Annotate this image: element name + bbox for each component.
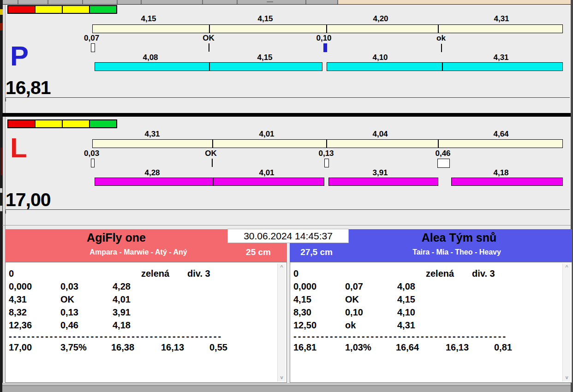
table-cell: 0,10: [345, 307, 363, 318]
table-total-cell: 0,81: [494, 342, 512, 353]
split-time-label: 0,10: [316, 34, 331, 43]
table-cell: OK: [345, 294, 359, 305]
strip-dash: [267, 1, 273, 2]
split-time-label: 0,13: [318, 149, 334, 158]
ref-segment-label: 4,15: [257, 14, 273, 24]
scroll-up-arrow[interactable]: ^: [278, 265, 286, 270]
run-segment-label: 4,10: [372, 53, 388, 62]
table-cell: 12,36: [9, 320, 32, 331]
swatch-yellow: [62, 5, 90, 14]
segment-divider: [212, 139, 213, 148]
team-name-right: Alea Tým snů: [422, 231, 497, 244]
jump-height-right: 27,5 cm: [300, 247, 333, 257]
table-cell: zelená: [141, 268, 169, 279]
segment-divider: [438, 139, 439, 148]
traffic-light-swatches-p: [7, 5, 117, 14]
table-total-cell: 16,13: [446, 342, 469, 353]
strip-tick: [82, 0, 83, 4]
exchange-marker-white-box: [324, 159, 329, 167]
table-total-cell: 1,03%: [345, 342, 371, 353]
table-cell: 4,28: [113, 281, 131, 292]
table-total-cell: 17,00: [9, 342, 32, 353]
swatch-red: [7, 119, 36, 128]
table-cell: 4,15: [293, 294, 311, 305]
table-total-cell: 0,55: [209, 342, 227, 353]
table-total-cell: 16,38: [111, 342, 134, 353]
table-cell: div. 3: [472, 268, 495, 279]
ref-segment-label: 4,15: [141, 14, 156, 24]
reference-bar-l: [92, 139, 563, 148]
swatch-yellow: [35, 5, 63, 14]
strip-tick: [305, 0, 306, 4]
scrollbar-right-table[interactable]: ^ v: [562, 263, 571, 381]
team-members-right: Taira - Mia - Theo - Heavy: [412, 248, 501, 256]
traffic-light-swatches-l: [7, 119, 117, 128]
exchange-marker-tick: [441, 44, 442, 52]
table-cell: 3,91: [113, 307, 131, 318]
bottom-window-strip-light: [2, 383, 571, 386]
scroll-down-arrow[interactable]: v: [563, 375, 571, 380]
ref-segment-label: 4,01: [259, 130, 274, 139]
panel-l-bottom-border: [2, 225, 571, 226]
table-cell: 0,000: [293, 281, 316, 292]
run-bar-p: [95, 62, 322, 71]
exchange-marker-white-box-wide: [437, 159, 450, 168]
table-cell: 0,07: [345, 281, 363, 292]
run-segment-label: 4,31: [493, 53, 508, 62]
exchange-marker-white-box: [91, 159, 95, 167]
segment-divider: [209, 24, 210, 33]
jump-height-left: 25 cm: [246, 247, 271, 257]
ref-segment-label: 4,31: [144, 130, 160, 139]
table-cell: 0,13: [60, 307, 78, 318]
ref-segment-label: 4,20: [373, 14, 388, 24]
exchange-marker-blue-box: [323, 43, 327, 52]
table-total-cell: 16,64: [396, 342, 419, 353]
split-time-label: OK: [203, 34, 215, 43]
datetime-box: 30.06.2024 14:45:37: [227, 229, 349, 243]
lane-letter-l: L: [10, 137, 27, 159]
scroll-up-arrow[interactable]: ^: [563, 265, 571, 270]
table-total-cell: 16,13: [161, 342, 184, 353]
bottom-window-strip: [2, 386, 571, 392]
table-cell: 0: [293, 268, 298, 279]
split-time-label: 0,07: [84, 34, 99, 43]
reference-bar-p: [92, 24, 563, 33]
table-total-cell: 3,75%: [60, 342, 87, 353]
results-table-right[interactable]: 0 zelená div. 3 0,000 0,07 4,08 4,15 OK …: [290, 262, 572, 383]
table-cell: OK: [60, 294, 74, 305]
segment-divider: [213, 178, 214, 186]
lane-panel-p: 4,15 4,15 4,20 4,31 0,07 OK 0,10 ok 4,08…: [0, 4, 573, 113]
table-cell: 4,01: [113, 294, 131, 305]
table-cell: 4,10: [397, 307, 415, 318]
separator-notch: [5, 98, 6, 101]
segment-divider: [326, 24, 327, 33]
panel-separator-line: [5, 209, 570, 210]
table-dash-separator: ----------------------------------------…: [9, 331, 222, 342]
lane-total-p: 16,81: [6, 79, 51, 97]
swatch-green: [89, 5, 117, 14]
table-cell: div. 3: [187, 268, 210, 279]
split-time-label: OK: [205, 149, 217, 158]
results-table-left[interactable]: 0 zelená div. 3 0,000 0,03 4,28 4,31 OK …: [5, 262, 287, 383]
table-cell: 0,46: [60, 320, 78, 331]
table-cell: 4,15: [397, 294, 415, 305]
swatch-yellow: [62, 119, 90, 128]
ref-segment-label: 4,64: [493, 130, 508, 139]
swatch-red: [7, 5, 36, 14]
strip-tick: [18, 0, 18, 4]
run-bar-l: [451, 178, 563, 186]
table-cell: 12,50: [293, 320, 316, 331]
scrollbar-left-table[interactable]: ^ v: [277, 263, 286, 381]
strip-tick: [117, 0, 118, 4]
table-total-cell: 16,81: [293, 342, 316, 353]
table-cell: 4,18: [113, 320, 131, 331]
strip-tick: [237, 0, 238, 4]
swatch-yellow: [35, 119, 63, 128]
run-segment-label: 4,01: [259, 168, 274, 178]
flyball-timing-window: 4,15 4,15 4,20 4,31 0,07 OK 0,10 ok 4,08…: [0, 0, 573, 392]
exchange-marker-white-box: [91, 43, 95, 52]
ref-segment-label: 4,04: [372, 130, 388, 139]
table-cell: 4,08: [397, 281, 415, 292]
separator-notch: [5, 210, 6, 214]
scroll-down-arrow[interactable]: v: [278, 375, 286, 380]
